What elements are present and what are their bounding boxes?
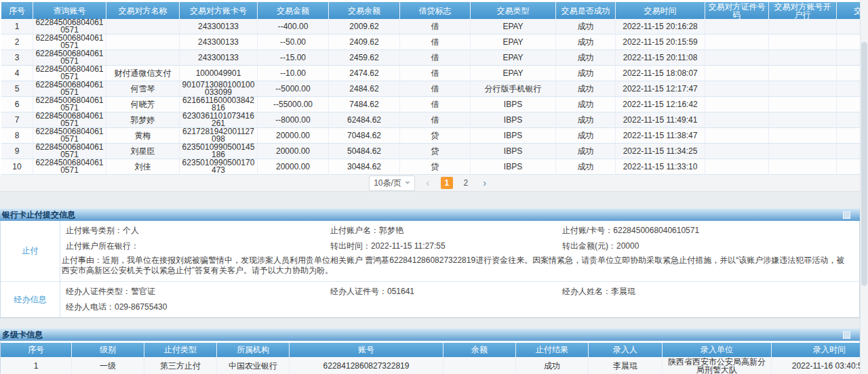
agent-group-content: 经办人证件类型：警官证经办人证件号：051641经办人姓名：李晨琨 经办人电话：… [60, 282, 859, 317]
scrollbar[interactable] [860, 0, 868, 374]
cell-amount: --50.00 [258, 35, 329, 50]
cell-counterparty-card: 6216611600003842816 [180, 97, 258, 112]
cell-amount: 20000.00 [258, 159, 329, 175]
cell-amount: --10.00 [258, 66, 329, 81]
cell-counterparty-cert-no [705, 19, 769, 35]
cell-type: EPAY [471, 50, 556, 66]
table-row[interactable]: 86228450068040610571黄梅621728194200112709… [1, 128, 868, 144]
cell-success: 成功 [556, 159, 616, 175]
cell-counterparty-bank [769, 19, 837, 35]
stop-group: 止付 止付账号类别：个人止付账户名：郭梦艳止付账/卡号：622845006804… [1, 221, 859, 282]
table-row[interactable]: 96228450068040610571刘星臣62350109905001451… [1, 144, 868, 159]
column-header: 交易对方账号开户行 [769, 2, 837, 19]
cell-seq: 2 [1, 35, 33, 50]
agent-group-label: 经办信息 [1, 282, 60, 317]
agent-group: 经办信息 经办人证件类型：警官证经办人证件号：051641经办人姓名：李晨琨 经… [1, 282, 859, 317]
info-field [562, 303, 854, 312]
cell-balance: 70484.62 [329, 128, 400, 144]
cell-type: EPAY [471, 35, 556, 50]
cell-account: 6228450068040610571 [33, 66, 106, 81]
scrollbar-thumb[interactable] [861, 42, 867, 286]
table-row[interactable]: 56228450068040610571何雪琴90107130801001000… [1, 81, 868, 97]
table-row[interactable]: 106228450068040610571刘佳62350109905001704… [1, 159, 868, 175]
cell-success: 成功 [556, 50, 616, 66]
cell-type: IBPS [471, 112, 556, 128]
prev-page-button[interactable] [422, 177, 434, 189]
cell-institution: 中国农业银行 [217, 357, 290, 374]
multi-card-section-header[interactable]: 多级卡信息 [0, 329, 860, 341]
info-field: 经办人证件号：051641 [330, 287, 562, 296]
transactions-table-body: 16228450068040610571243300133--400.00200… [1, 19, 868, 175]
cell-balance: 30484.62 [329, 159, 400, 175]
cell-account: 6228450068040610571 [33, 112, 106, 128]
cell-debit-credit-flag: 贷 [400, 128, 471, 144]
stop-group-content: 止付账号类别：个人止付账户名：郭梦艳止付账/卡号：622845006804061… [60, 221, 859, 281]
column-header: 交易对方账卡号 [180, 2, 258, 19]
cell-account: 6228450068040610571 [33, 35, 106, 50]
cell-amount: --55000.00 [258, 97, 329, 112]
table-row[interactable]: 46228450068040610571财付通微信支付1000049901--1… [1, 66, 868, 81]
cell-success: 成功 [556, 19, 616, 35]
table-row[interactable]: 16228450068040610571243300133--400.00200… [1, 19, 868, 35]
cell-counterparty-bank [769, 128, 837, 144]
collapse-icon[interactable] [843, 211, 850, 219]
cell-amount: --8000.00 [258, 112, 329, 128]
agent-fields-row-1: 经办人证件类型：警官证经办人证件号：051641经办人姓名：李晨琨 [60, 284, 859, 299]
cell-counterparty-name: 财付通微信支付 [106, 66, 180, 81]
cell-account: 6228450068040610571 [33, 50, 106, 66]
cell-counterparty-name: 何雪琴 [106, 81, 180, 97]
page-2-button[interactable]: 2 [460, 177, 472, 189]
cell-counterparty-bank [769, 159, 837, 175]
cell-type: EPAY [471, 66, 556, 81]
cell-counterparty-name: 黄梅 [106, 128, 180, 144]
table-row[interactable]: 1一级第三方止付中国农业银行6228412860827322819成功李晨琨陕西… [1, 357, 868, 374]
table-row[interactable]: 66228450068040610571何晓芳62166116000038428… [1, 97, 868, 112]
collapse-icon[interactable] [843, 331, 850, 339]
column-header: 录入单位 [663, 343, 772, 357]
cell-seq: 9 [1, 144, 33, 159]
stop-reason-text: 止付事由：近期，我单位在接报刘妮被骗警情中，发现涉案人员利用贵单位相关账户 曹鸿… [60, 254, 859, 279]
cell-counterparty-bank [769, 144, 837, 159]
cell-counterparty-cert-no [705, 128, 769, 144]
column-header: 余额 [443, 343, 516, 357]
cell-debit-credit-flag: 借 [400, 97, 471, 112]
page-1-button[interactable]: 1 [441, 177, 453, 189]
cell-success: 成功 [556, 35, 616, 50]
page: 序号查询账号交易对方名称交易对方账卡号交易金额交易余额借贷标志交易类型交易是否成… [0, 0, 868, 374]
cell-type: EPAY [471, 19, 556, 35]
cell-balance: 2484.62 [329, 81, 400, 97]
stop-payment-section-header[interactable]: 银行卡止付提交信息 [0, 209, 860, 221]
cell-counterparty-cert-no [705, 66, 769, 81]
cell-time: 2022-11-15 11:49:41 [616, 112, 705, 128]
cell-seq: 1 [1, 357, 72, 374]
column-header: 交易金额 [258, 2, 329, 19]
cell-time: 2022-11-15 11:38:47 [616, 128, 705, 144]
cell-stop-type: 第三方止付 [144, 357, 217, 374]
table-row[interactable]: 26228450068040610571243300133--50.002409… [1, 35, 868, 50]
stop-fields-row-2: 止付账户所在银行：转出时间：2022-11-15 11:27:55转出金额(元)… [60, 238, 859, 254]
cell-counterparty-cert-no [705, 81, 769, 97]
cell-counterparty-name: 刘佳 [106, 159, 180, 175]
column-header: 级别 [72, 343, 144, 357]
cell-counterparty-card: 6217281942001127098 [180, 128, 258, 144]
cell-time: 2022-11-15 20:16:28 [616, 19, 705, 35]
cell-counterparty-name [106, 50, 180, 66]
table-row[interactable]: 76228450068040610571郭梦婷62303611010734162… [1, 112, 868, 128]
cell-counterparty-name: 刘星臣 [106, 144, 180, 159]
cell-debit-credit-flag: 借 [400, 66, 471, 81]
page-size-select[interactable]: 10条/页 [369, 175, 415, 191]
column-header: 借贷标志 [400, 2, 471, 19]
cell-seq: 4 [1, 66, 33, 81]
cell-seq: 7 [1, 112, 33, 128]
cell-counterparty-cert-no [705, 159, 769, 175]
cell-time: 2022-11-15 20:15:59 [616, 35, 705, 50]
cell-counterparty-card: 243300133 [180, 50, 258, 66]
cell-amount: --15.00 [258, 50, 329, 66]
cell-counterparty-card: 1000049901 [180, 66, 258, 81]
cell-success: 成功 [556, 128, 616, 144]
column-header: 止付类型 [144, 343, 217, 357]
cell-counterparty-name: 何晓芳 [106, 97, 180, 112]
table-row[interactable]: 36228450068040610571243300133--15.002459… [1, 50, 868, 66]
next-page-button[interactable] [479, 177, 491, 189]
multi-card-table: 序号级别止付类型所属机构账号余额止付结果录入人录入单位录入时间 1一级第三方止付… [1, 343, 868, 374]
